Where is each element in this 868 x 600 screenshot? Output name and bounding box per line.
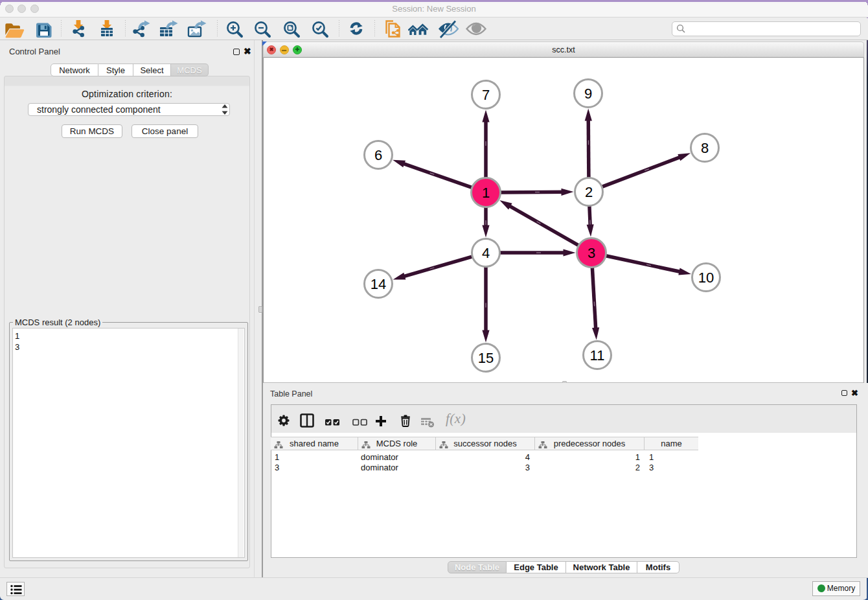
- svg-text:4: 4: [482, 245, 490, 261]
- svg-text:2: 2: [585, 184, 593, 200]
- svg-text:1: 1: [482, 185, 490, 201]
- svg-text:11: 11: [590, 347, 605, 363]
- svg-text:9: 9: [584, 86, 592, 102]
- svg-text:14: 14: [371, 276, 386, 292]
- svg-text:3: 3: [588, 245, 595, 261]
- svg-text:10: 10: [698, 270, 714, 286]
- svg-text:8: 8: [701, 140, 709, 156]
- svg-text:15: 15: [478, 350, 494, 366]
- svg-text:7: 7: [482, 87, 490, 103]
- svg-text:6: 6: [374, 147, 382, 163]
